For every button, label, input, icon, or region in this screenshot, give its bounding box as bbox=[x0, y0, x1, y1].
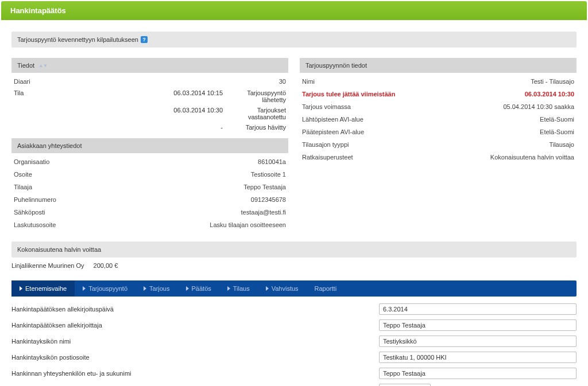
chevron-right-icon bbox=[83, 286, 86, 291]
row-sahkoposti: Sähköposti testaaja@testi.fi bbox=[11, 206, 288, 219]
tila-label: Tila bbox=[14, 89, 83, 103]
label: Laskutusosoite bbox=[14, 221, 117, 228]
tab-label: Etenemisvaihe bbox=[25, 285, 67, 292]
value: Lasku tilaajan osoitteeseen bbox=[117, 221, 286, 228]
contact-name-input[interactable] bbox=[379, 368, 577, 379]
title: Tarjouspyynnön tiedot bbox=[305, 62, 367, 69]
winner-row: Linjaliikenne Muurinen Oy 200,00 € bbox=[1, 258, 587, 276]
label: Hankintayksikön nimi bbox=[11, 338, 379, 345]
page-title: Hankintapäätös bbox=[1, 1, 587, 20]
row-tyyppi: Tilausajon tyyppi Tilausajo bbox=[300, 138, 577, 151]
label: Sähköposti bbox=[14, 209, 117, 216]
asiakas-header: Asiakkaan yhteystiedot bbox=[11, 138, 288, 153]
form-row-unit: Hankintayksikön nimi bbox=[11, 336, 577, 347]
asiakas-title: Asiakkaan yhteystiedot bbox=[17, 142, 82, 149]
tila-date: 06.03.2014 10:30 bbox=[83, 107, 229, 120]
tab-label: Tarjouspyyntö bbox=[88, 285, 127, 292]
chevron-right-icon bbox=[186, 286, 189, 291]
tila-status: Tarjouspyyntö lähetetty bbox=[229, 89, 286, 103]
label: Puhelinnumero bbox=[14, 196, 117, 203]
tab-label: Raportti bbox=[315, 285, 337, 292]
row-ratkaisu: Ratkaisuperusteet Kokonaisuutena halvin … bbox=[300, 151, 577, 163]
value: Testiosoite 1 bbox=[117, 171, 286, 178]
tab-tarjous[interactable]: Tarjous bbox=[136, 280, 177, 297]
contact-email-input[interactable] bbox=[379, 384, 431, 386]
unit-name-input[interactable] bbox=[379, 336, 577, 347]
label: Osoite bbox=[14, 171, 117, 178]
tiedot-title: Tiedot bbox=[17, 62, 34, 69]
tila-status: Tarjous hävitty bbox=[229, 124, 286, 131]
value: 8610041a bbox=[117, 158, 286, 165]
chevron-right-icon bbox=[227, 286, 230, 291]
winner-price: 200,00 € bbox=[94, 262, 118, 269]
value: Etelä-Suomi bbox=[405, 128, 574, 135]
tila-line: 06.03.2014 10:30 Tarjoukset vastaanotett… bbox=[11, 105, 288, 122]
tila-date: 06.03.2014 10:15 bbox=[83, 89, 229, 103]
value: 05.04.2014 10:30 saakka bbox=[405, 103, 574, 110]
winner-name: Linjaliikenne Muurinen Oy bbox=[11, 262, 84, 269]
row-deadline: Tarjous tulee jättää viimeistään 06.03.2… bbox=[300, 88, 577, 100]
label: Diaari bbox=[14, 78, 117, 85]
row-lasku: Laskutusosoite Lasku tilaajan osoitteese… bbox=[11, 219, 288, 231]
label: Hankintapäätöksen allekirjoittaja bbox=[11, 322, 379, 329]
unit-address-input[interactable] bbox=[379, 352, 577, 363]
row-osoite: Osoite Testiosoite 1 bbox=[11, 168, 288, 181]
value: Kokonaisuutena halvin voittaa bbox=[405, 154, 574, 161]
tab-raportti[interactable]: Raportti bbox=[307, 280, 345, 297]
tab-bar: Etenemisvaihe Tarjouspyyntö Tarjous Päät… bbox=[11, 280, 577, 297]
chevron-right-icon bbox=[20, 286, 22, 291]
tab-label: Tilaus bbox=[233, 285, 250, 292]
topbar-label: Tarjouspyyntö kevennettyyn kilpailutukse… bbox=[17, 36, 138, 43]
form-area: Hankintapäätöksen allekirjoituspäivä Han… bbox=[1, 297, 587, 386]
label: Hankintapäätöksen allekirjoituspäivä bbox=[11, 306, 379, 313]
value: 30 bbox=[117, 78, 286, 85]
row-paatepiste: Päätepisteen AVI-alue Etelä-Suomi bbox=[300, 126, 577, 138]
form-row-email: Hankinnan yhteyshenkilön sähköpostiosoit… bbox=[11, 384, 577, 386]
tab-tilaus[interactable]: Tilaus bbox=[219, 280, 258, 297]
value: testaaja@testi.fi bbox=[117, 209, 286, 216]
value: Etelä-Suomi bbox=[405, 116, 574, 123]
value: Teppo Testaaja bbox=[117, 184, 286, 190]
tila-date: - bbox=[83, 124, 229, 131]
tila-status: Tarjoukset vastaanotettu bbox=[229, 107, 286, 120]
winner-header: Kokonaisuutena halvin voittaa bbox=[11, 241, 577, 258]
label: Hankintayksikön postiosoite bbox=[11, 354, 379, 361]
label: Organisaatio bbox=[14, 158, 117, 165]
row-voimassa: Tarjous voimassa 05.04.2014 10:30 saakka bbox=[300, 100, 577, 113]
tab-vahvistus[interactable]: Vahvistus bbox=[258, 280, 307, 297]
sign-date-input[interactable] bbox=[379, 303, 577, 315]
label: Tarjous tulee jättää viimeistään bbox=[302, 91, 405, 98]
section-topbar: Tarjouspyyntö kevennettyyn kilpailutukse… bbox=[11, 32, 577, 48]
label: Nimi bbox=[302, 78, 405, 85]
tab-label: Päätös bbox=[192, 285, 211, 292]
row-puh: Puhelinnumero 0912345678 bbox=[11, 193, 288, 206]
signer-input[interactable] bbox=[379, 319, 577, 331]
form-row-person: Hankinnan yhteyshenkilön etu- ja sukunim… bbox=[11, 368, 577, 379]
tab-tarjouspyynto[interactable]: Tarjouspyyntö bbox=[75, 280, 136, 297]
row-lahtopiste: Lähtöpisteen AVI-alue Etelä-Suomi bbox=[300, 113, 577, 126]
tila-line: Tila 06.03.2014 10:15 Tarjouspyyntö lähe… bbox=[11, 88, 288, 105]
value: Tilausajo bbox=[405, 141, 574, 148]
row-nimi: Nimi Testi - Tilausajo bbox=[300, 75, 577, 88]
row-diaari: Diaari 30 bbox=[11, 75, 288, 88]
label: Tarjous voimassa bbox=[302, 103, 405, 110]
tab-etenemisvaihe[interactable]: Etenemisvaihe bbox=[11, 280, 75, 297]
value: 0912345678 bbox=[117, 196, 286, 203]
label: Hankinnan yhteyshenkilön etu- ja sukunim… bbox=[11, 370, 379, 377]
winner-title: Kokonaisuutena halvin voittaa bbox=[17, 246, 101, 253]
tab-paatos[interactable]: Päätös bbox=[178, 280, 219, 297]
sort-icon[interactable]: ▲▼ bbox=[38, 64, 48, 67]
row-org: Organisaatio 8610041a bbox=[11, 155, 288, 168]
form-row-signer: Hankintapäätöksen allekirjoittaja bbox=[11, 319, 577, 331]
tila-line: - Tarjous hävitty bbox=[11, 122, 288, 132]
tab-label: Vahvistus bbox=[272, 285, 299, 292]
label: Lähtöpisteen AVI-alue bbox=[302, 116, 405, 123]
chevron-right-icon bbox=[266, 286, 269, 291]
help-icon[interactable]: ? bbox=[141, 36, 148, 43]
label: Tilausajon tyyppi bbox=[302, 141, 405, 148]
tab-label: Tarjous bbox=[149, 285, 169, 292]
label: Päätepisteen AVI-alue bbox=[302, 128, 405, 135]
value: 06.03.2014 10:30 bbox=[405, 91, 574, 98]
tarjous-tiedot-header: Tarjouspyynnön tiedot bbox=[300, 58, 577, 73]
label: Tilaaja bbox=[14, 184, 117, 190]
